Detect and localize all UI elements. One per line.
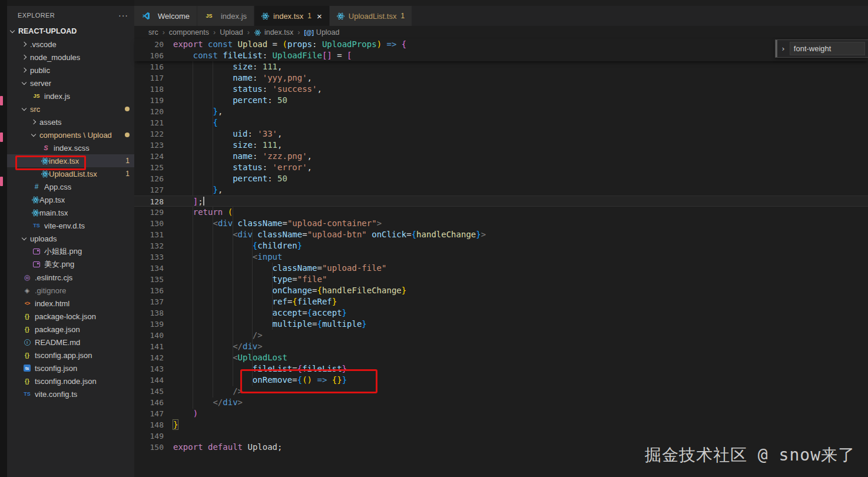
breadcrumb-item-index-tsx[interactable]: index.tsx [254,28,293,37]
tree-item-components-upload[interactable]: components \ Upload [7,128,134,141]
code-line-148: 148} [134,419,868,430]
tab-label: index.js [221,12,247,21]
tree-item-app-css[interactable]: #App.css [7,180,134,193]
code-line-144: 144 onRemove={() => {}} [134,375,868,386]
tree-item-assets[interactable]: assets [7,115,134,128]
typescript-icon: TS [32,223,41,228]
line-number: 143 [134,363,164,375]
code-line-149: 149 [134,430,868,442]
line-number: 118 [134,84,164,95]
text-cursor [203,197,204,206]
find-input[interactable] [790,42,865,55]
line-number: 135 [134,274,164,285]
tree-item-node-modules[interactable]: node_modules [7,51,134,64]
tree-item-tsconfig-node-json[interactable]: {}tsconfig.node.json [7,375,134,387]
typescript-icon: TS [22,391,32,397]
tsconfig-icon: ts [22,365,32,372]
react-icon [261,12,269,20]
modified-dot-badge [125,132,130,137]
line-number: 116 [134,61,164,72]
tree-item-package-json[interactable]: {}package.json [7,323,134,336]
line-number: 148 [134,419,164,430]
tree-item--png[interactable]: 美女.png [7,258,134,271]
line-number: 117 [134,72,164,84]
breadcrumb-item-upload[interactable]: [@]Upload [304,28,339,37]
find-widget: › [775,39,868,58]
breadcrumb-separator-icon: › [297,28,300,37]
tree-item--eslintrc-cjs[interactable]: ◎.eslintrc.cjs [7,271,134,284]
line-number: 138 [134,307,164,319]
breadcrumb-item-components[interactable]: components [169,28,209,37]
explorer-sidebar: EXPLORER ··· REACT-UPLOAD .vscodenode_mo… [7,6,134,477]
tree-item-label: components \ Upload [39,131,112,140]
tree-item-index-tsx[interactable]: index.tsx1 [7,154,134,167]
chevron-down-icon [31,131,36,136]
tree-item-tsconfig-app-json[interactable]: {}tsconfig.app.json [7,349,134,362]
code-line-117: 117 name: 'yyy,png', [134,72,868,84]
tree-item-uploadlist-tsx[interactable]: UploadList.tsx1 [7,167,134,180]
tree-item-readme-md[interactable]: iREADME.md [7,336,134,349]
code-line-136: 136 onChange={handleFileChange} [134,285,868,296]
code-editor[interactable]: 20export const Upload = (props: UploadPr… [134,39,868,477]
json-icon: {} [22,313,32,320]
code-line-20: 20export const Upload = (props: UploadPr… [134,39,868,50]
tree-item-vite-config-ts[interactable]: TSvite.config.ts [7,387,134,400]
tab-indextsx[interactable]: index.tsx1× [254,6,329,26]
tree-item-uploads[interactable]: uploads [7,232,134,245]
tree-item-label: tsconfig.app.json [35,351,92,360]
tree-item-src[interactable]: src [7,102,134,115]
tree-item-index-scss[interactable]: Sindex.scss [7,141,134,154]
line-number: 150 [134,442,164,453]
line-number: 139 [134,319,164,330]
code-line-126: 126 percent: 50 [134,173,868,184]
tree-item-label: index.scss [54,144,90,153]
react-icon [254,29,261,35]
tree-item-label: .gitignore [35,286,66,295]
workspace-root-folder[interactable]: REACT-UPLOAD [7,25,134,38]
react-icon [41,157,49,165]
chevron-down-icon [22,105,26,110]
tree-item-index-html[interactable]: <>index.html [7,297,134,310]
tree-item-package-lock-json[interactable]: {}package-lock.json [7,310,134,323]
tree-item-server[interactable]: server [7,77,134,90]
left-edge-mark [0,96,3,105]
code-line-145: 145 /> [134,386,868,397]
tab-welcome[interactable]: Welcome [134,6,197,26]
breadcrumb-item-src[interactable]: src [148,28,158,37]
breadcrumb-separator-icon: › [247,28,250,37]
tree-item-label: public [30,66,50,75]
line-number: 146 [134,397,164,408]
tree-item-main-tsx[interactable]: main.tsx [7,206,134,219]
tree-item-vite-env-d-ts[interactable]: TSvite-env.d.ts [7,219,134,232]
line-number: 124 [134,151,164,162]
tree-item-label: node_modules [30,53,80,62]
find-widget-sash[interactable] [776,40,777,57]
code-line-129: 129 return ( [134,207,868,218]
line-number: 144 [134,375,164,386]
close-icon[interactable]: × [317,12,322,21]
line-number: 134 [134,263,164,274]
code-line-124: 124 name: 'zzz.png', [134,151,868,162]
tab-indexjs[interactable]: JSindex.js [197,6,254,26]
tab-uploadlist[interactable]: UploadList.tsx1 [330,6,412,26]
line-number: 145 [134,386,164,397]
line-number: 131 [134,229,164,240]
find-toggle-replace-chevron-icon[interactable]: › [781,44,786,53]
tree-item-app-tsx[interactable]: App.tsx [7,193,134,206]
line-number: 133 [134,251,164,263]
breadcrumb-item-upload[interactable]: Upload [220,28,243,37]
tree-item--png[interactable]: 小姐姐.png [7,245,134,258]
tree-item--vscode[interactable]: .vscode [7,38,134,51]
chevron-right-icon [31,120,36,124]
code-line-137: 137 ref={fileRef} [134,296,868,307]
tree-item--gitignore[interactable]: ◈.gitignore [7,284,134,297]
line-number: 142 [134,352,164,363]
tree-item-label: README.md [35,338,80,347]
tree-item-tsconfig-json[interactable]: tstsconfig.json [7,362,134,375]
tree-item-public[interactable]: public [7,64,134,77]
explorer-more-actions-button[interactable]: ··· [118,11,128,20]
sass-icon: S [41,144,51,151]
tree-item-index-js[interactable]: JSindex.js [7,90,134,102]
line-number: 141 [134,341,164,352]
tab-label: Welcome [158,12,190,21]
